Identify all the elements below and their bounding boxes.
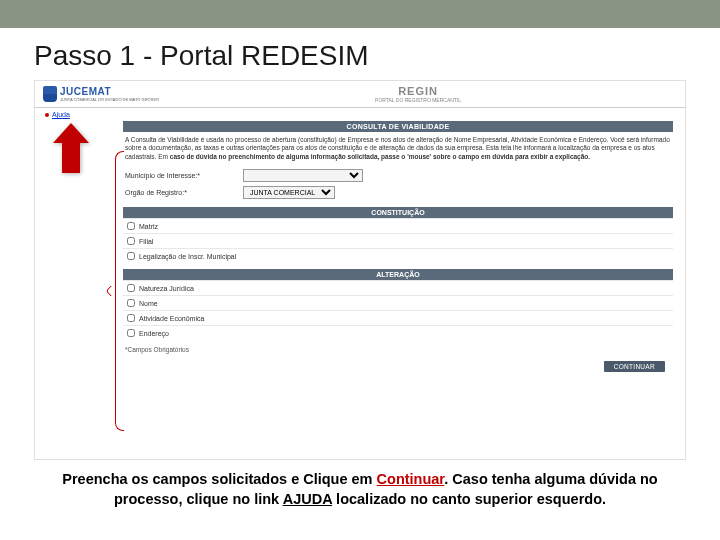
red-brace-annotation bbox=[107, 151, 123, 431]
checkbox-nome[interactable] bbox=[127, 299, 135, 307]
caption-p1: Preencha os campos solicitados e Clique … bbox=[62, 471, 376, 487]
checkbox-matriz[interactable] bbox=[127, 222, 135, 230]
regin-logo: REGIN PORTAL DO REGISTRO MERCANTIL bbox=[375, 85, 461, 103]
desc-bold: caso de dúvida no preenchimento de algum… bbox=[170, 153, 590, 160]
label-filial: Filial bbox=[139, 238, 153, 245]
ajuda-link[interactable]: Ajuda bbox=[52, 111, 70, 118]
label-nome: Nome bbox=[139, 300, 158, 307]
slide-title: Passo 1 - Portal REDESIM bbox=[0, 28, 720, 80]
shield-icon bbox=[43, 86, 57, 102]
checkbox-endereco[interactable] bbox=[127, 329, 135, 337]
bullet-icon bbox=[45, 113, 49, 117]
band-constituicao: CONSTITUIÇÃO bbox=[123, 207, 673, 218]
portal-screenshot: JUCEMAT JUNTA COMERCIAL DO ESTADO DE MAT… bbox=[34, 80, 686, 460]
label-municipio: Município de Interesse:* bbox=[125, 172, 235, 179]
description-text: A Consulta de Viabilidade é usada no pro… bbox=[123, 132, 673, 167]
opt-filial: Filial bbox=[123, 233, 673, 248]
red-arrow-annotation bbox=[53, 123, 89, 173]
opt-endereco: Endereço bbox=[123, 325, 673, 340]
regin-sub: PORTAL DO REGISTRO MERCANTIL bbox=[375, 97, 461, 103]
label-atividade: Atividade Econômica bbox=[139, 315, 204, 322]
logo-subtext: JUNTA COMERCIAL DO ESTADO DE MATO GROSSO bbox=[60, 97, 159, 102]
required-note: *Campos Obrigatórios bbox=[123, 340, 673, 359]
checkbox-legalizacao[interactable] bbox=[127, 252, 135, 260]
label-orgao: Orgão de Registro:* bbox=[125, 189, 235, 196]
caption-continuar: Continuar bbox=[377, 471, 445, 487]
checkbox-natureza[interactable] bbox=[127, 284, 135, 292]
row-municipio: Município de Interesse:* bbox=[123, 167, 673, 184]
label-matriz: Matriz bbox=[139, 223, 158, 230]
label-legalizacao: Legalização de Inscr. Municipal bbox=[139, 253, 236, 260]
label-natureza: Natureza Jurídica bbox=[139, 285, 194, 292]
slide-top-bar bbox=[0, 0, 720, 28]
band-alteracao: ALTERAÇÃO bbox=[123, 269, 673, 280]
opt-natureza: Natureza Jurídica bbox=[123, 280, 673, 295]
opt-atividade: Atividade Econômica bbox=[123, 310, 673, 325]
continue-row: CONTINUAR bbox=[123, 359, 673, 378]
opt-legalizacao: Legalização de Inscr. Municipal bbox=[123, 248, 673, 263]
caption-p3: localizado no canto superior esquerdo. bbox=[332, 491, 606, 507]
portal-body: CONSULTA DE VIABILIDADE A Consulta de Vi… bbox=[123, 121, 673, 378]
band-consulta: CONSULTA DE VIABILIDADE bbox=[123, 121, 673, 132]
select-municipio[interactable] bbox=[243, 169, 363, 182]
continuar-button[interactable]: CONTINUAR bbox=[604, 361, 665, 372]
logo-text: JUCEMAT bbox=[60, 86, 159, 97]
select-orgao[interactable]: JUNTA COMERCIAL bbox=[243, 186, 335, 199]
opt-nome: Nome bbox=[123, 295, 673, 310]
portal-header: JUCEMAT JUNTA COMERCIAL DO ESTADO DE MAT… bbox=[35, 81, 685, 108]
opt-matriz: Matriz bbox=[123, 218, 673, 233]
regin-title: REGIN bbox=[375, 85, 461, 97]
row-orgao: Orgão de Registro:* JUNTA COMERCIAL bbox=[123, 184, 673, 201]
checkbox-atividade[interactable] bbox=[127, 314, 135, 322]
slide-caption: Preencha os campos solicitados e Clique … bbox=[0, 460, 720, 509]
ajuda-row: Ajuda bbox=[35, 108, 685, 121]
caption-ajuda: AJUDA bbox=[283, 491, 332, 507]
checkbox-filial[interactable] bbox=[127, 237, 135, 245]
jucemat-logo: JUCEMAT JUNTA COMERCIAL DO ESTADO DE MAT… bbox=[43, 86, 159, 102]
label-endereco: Endereço bbox=[139, 330, 169, 337]
